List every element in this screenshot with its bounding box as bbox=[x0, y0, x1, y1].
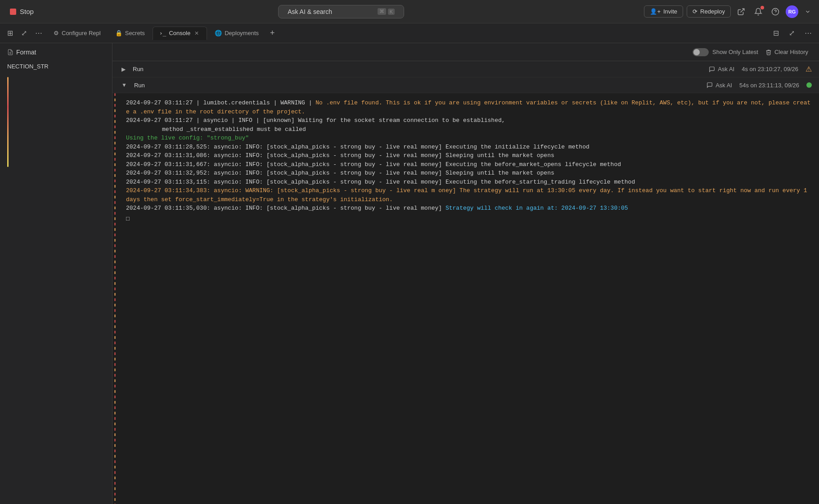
log-line-7: 2024-09-27 03:11:31,667: asyncio: INFO: … bbox=[126, 160, 812, 169]
notification-badge bbox=[760, 6, 764, 9]
run2-status-icon bbox=[806, 82, 812, 88]
split-editor-button[interactable]: ⊟ bbox=[770, 27, 783, 39]
person-plus-icon: 👤+ bbox=[650, 8, 661, 15]
console-output[interactable]: 2024-09-27 03:11:27 | lumibot.credential… bbox=[122, 93, 819, 504]
add-tab-button[interactable]: + bbox=[266, 27, 279, 40]
run1-expand-button[interactable]: ▶ bbox=[120, 65, 127, 73]
invite-label: Invite bbox=[663, 8, 677, 15]
tab-console-close[interactable]: ✕ bbox=[193, 30, 200, 37]
show-only-latest-toggle[interactable] bbox=[693, 48, 709, 56]
log-line-10: 2024-09-27 03:11:34,383: asyncio: WARNIN… bbox=[126, 186, 812, 204]
connection-string-text: NECTION_STR bbox=[7, 63, 49, 70]
run2-ask-ai-button[interactable]: Ask AI bbox=[706, 82, 732, 89]
terminal-icon: ›_ bbox=[159, 30, 166, 36]
tab-console[interactable]: ›_ Console ✕ bbox=[153, 27, 207, 40]
topbar-center: Ask AI & search ⌘ K bbox=[42, 5, 641, 18]
redeploy-icon: ⟳ bbox=[693, 8, 698, 15]
log-line-2: 2024-09-27 03:11:27 | asyncio | INFO | [… bbox=[126, 116, 812, 125]
clear-history-button[interactable]: Clear History bbox=[762, 47, 812, 57]
run2-time: 54s on 23:11:13, 09/26 bbox=[739, 82, 799, 89]
run-entry-1: ▶ Run Ask AI 4s on 23:10:27, 09/26 ⚠ bbox=[112, 61, 819, 77]
sidebar: Format NECTION_STR bbox=[0, 43, 112, 504]
stop-button[interactable]: Stop bbox=[5, 5, 38, 18]
expand-button[interactable]: ⤢ bbox=[18, 27, 31, 39]
log-line-11: 2024-09-27 03:11:35,030: asyncio: INFO: … bbox=[126, 204, 812, 213]
clear-history-label: Clear History bbox=[774, 49, 808, 55]
external-link-button[interactable] bbox=[734, 5, 748, 18]
prompt-line: □ bbox=[126, 215, 812, 224]
format-label: Format bbox=[16, 49, 36, 56]
run1-status-icon: ⚠ bbox=[806, 65, 812, 73]
run1-ask-ai-label: Ask AI bbox=[718, 66, 734, 72]
tabsbar-right: ⊟ ⤢ ⋯ bbox=[770, 27, 815, 39]
run1-time: 4s on 23:10:27, 09/26 bbox=[742, 66, 798, 72]
topbar: Stop Ask AI & search ⌘ K 👤+ Invite ⟳ Red… bbox=[0, 0, 819, 23]
trash-icon bbox=[765, 49, 772, 55]
log-line-8: 2024-09-27 03:11:32,952: asyncio: INFO: … bbox=[126, 169, 812, 178]
line-gutter bbox=[112, 93, 122, 504]
gear-icon: ⚙ bbox=[54, 30, 59, 36]
console-panel: Show Only Latest Clear History ▶ Run Ask… bbox=[112, 43, 819, 504]
stop-icon bbox=[10, 9, 16, 15]
log-line-5: 2024-09-27 03:11:28,525: asyncio: INFO: … bbox=[126, 143, 812, 152]
fullscreen-button[interactable]: ⤢ bbox=[785, 27, 798, 39]
connection-string-item[interactable]: NECTION_STR bbox=[0, 59, 112, 73]
dropdown-arrow[interactable] bbox=[802, 6, 814, 18]
run1-ask-ai-button[interactable]: Ask AI bbox=[709, 66, 734, 72]
log-line-9: 2024-09-27 03:11:33,115: asyncio: INFO: … bbox=[126, 178, 812, 187]
tab-secrets[interactable]: 🔒 Secrets bbox=[108, 27, 152, 40]
tab-more-button[interactable]: ⋯ bbox=[801, 27, 815, 39]
ask-ai-search-button[interactable]: Ask AI & search ⌘ K bbox=[278, 5, 404, 18]
help-button[interactable] bbox=[769, 5, 782, 18]
avatar[interactable]: RG bbox=[786, 5, 798, 18]
log-line-4: Using the live config: "strong_buy" bbox=[126, 134, 812, 143]
sidebar-toggle-button[interactable]: ⊞ bbox=[4, 27, 17, 39]
kbd1: ⌘ bbox=[378, 8, 386, 15]
tab-deployments-label: Deployments bbox=[225, 30, 259, 36]
run2-expand-button[interactable]: ▼ bbox=[120, 81, 129, 89]
notifications-button[interactable] bbox=[752, 5, 765, 18]
log-line-6: 2024-09-27 03:11:31,086: asyncio: INFO: … bbox=[126, 151, 812, 160]
deployments-icon: 🌐 bbox=[215, 30, 222, 36]
log-line-1: 2024-09-27 03:11:27 | lumibot.credential… bbox=[126, 99, 812, 116]
tab-secrets-label: Secrets bbox=[125, 30, 145, 36]
console-toolbar: Show Only Latest Clear History bbox=[112, 43, 819, 61]
ask-ai-label: Ask AI & search bbox=[288, 8, 332, 15]
ai-icon bbox=[709, 66, 715, 72]
tab-deployments[interactable]: 🌐 Deployments bbox=[208, 27, 266, 40]
run-entry-2: ▼ Run Ask AI 54s on 23:11:13, 09/26 bbox=[112, 77, 819, 93]
redeploy-label: Redeploy bbox=[700, 8, 725, 15]
log-line-3: method _stream_established must be calle… bbox=[126, 125, 812, 134]
keyboard-hint: ⌘ K bbox=[378, 8, 395, 15]
redeploy-button[interactable]: ⟳ Redeploy bbox=[687, 5, 731, 18]
toggle-knob bbox=[693, 49, 700, 55]
format-icon bbox=[7, 49, 14, 55]
run1-actions: Ask AI 4s on 23:10:27, 09/26 ⚠ bbox=[709, 65, 812, 73]
sidebar-format-header: Format bbox=[0, 43, 112, 59]
run2-ask-ai-label: Ask AI bbox=[716, 82, 732, 89]
run2-actions: Ask AI 54s on 23:11:13, 09/26 bbox=[706, 82, 812, 89]
ai-icon2 bbox=[706, 82, 713, 88]
invite-button[interactable]: 👤+ Invite bbox=[644, 5, 683, 18]
console-output-container: 2024-09-27 03:11:27 | lumibot.credential… bbox=[112, 93, 819, 504]
svg-line-0 bbox=[741, 9, 744, 12]
lock-icon: 🔒 bbox=[115, 30, 122, 36]
stop-label: Stop bbox=[20, 8, 34, 15]
run1-label: Run bbox=[133, 66, 144, 72]
show-only-latest: Show Only Latest Clear History bbox=[693, 47, 812, 57]
run2-label: Run bbox=[134, 82, 145, 89]
tab-configure-label: Configure Repl bbox=[62, 30, 101, 36]
more-options-button[interactable]: ⋯ bbox=[32, 27, 46, 39]
tabs-bar: ⊞ ⤢ ⋯ ⚙ Configure Repl 🔒 Secrets ›_ Cons… bbox=[0, 23, 819, 43]
kbd2: K bbox=[388, 9, 395, 15]
tab-console-label: Console bbox=[169, 30, 190, 36]
topbar-right: 👤+ Invite ⟳ Redeploy RG bbox=[644, 5, 814, 18]
tab-configure-repl[interactable]: ⚙ Configure Repl bbox=[47, 27, 108, 40]
show-only-latest-label: Show Only Latest bbox=[712, 49, 758, 55]
main-layout: Format NECTION_STR Show Only Latest Clea… bbox=[0, 43, 819, 504]
